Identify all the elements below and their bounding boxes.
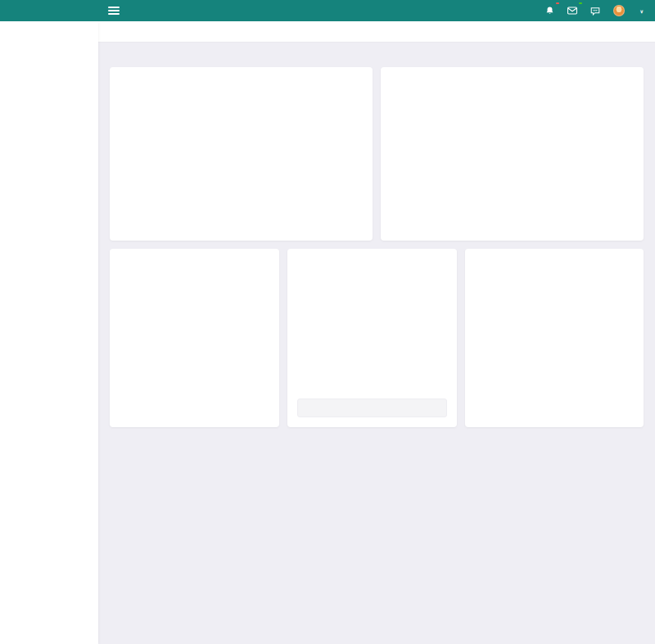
- bell-badge: [556, 2, 559, 4]
- world-map: [110, 79, 373, 224]
- recent-comments-title: [465, 249, 644, 260]
- recent-sales-card: [381, 67, 644, 241]
- todo-card: [287, 249, 457, 427]
- todo-new-item-input[interactable]: [297, 399, 447, 417]
- footer-copyright: [110, 427, 644, 442]
- mail-badge: [579, 2, 582, 4]
- user-menu[interactable]: ∨: [638, 8, 644, 14]
- sidebar: [0, 21, 98, 644]
- topbar: ∨: [0, 0, 655, 21]
- todo-list: [287, 260, 457, 268]
- chat-icon[interactable]: [590, 6, 600, 16]
- main-area: [98, 21, 655, 644]
- recent-sales-title: [381, 67, 644, 79]
- notifications-bell-icon[interactable]: [545, 6, 554, 16]
- user-avatar[interactable]: [613, 5, 625, 16]
- browser-statistics-title: [110, 249, 279, 260]
- recent-comments-card: [465, 249, 644, 427]
- browser-statistics-list: [110, 260, 279, 268]
- recent-sales-table: [381, 79, 644, 85]
- sales-store-card: [110, 67, 373, 241]
- chevron-down-icon: ∨: [640, 8, 644, 14]
- recent-comments-list: [465, 260, 644, 267]
- sales-store-title: [110, 67, 373, 79]
- messages-mail-icon[interactable]: [567, 6, 577, 16]
- todo-title: [287, 249, 457, 260]
- menu-toggle-icon[interactable]: [108, 7, 120, 15]
- browser-statistics-card: [110, 249, 279, 427]
